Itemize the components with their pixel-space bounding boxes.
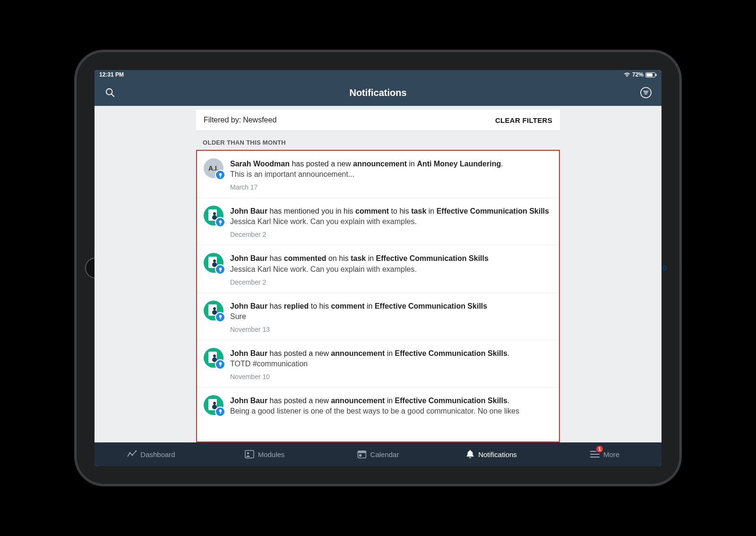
tab-bar: Dashboard Modules Calendar Notifications [94,442,662,466]
svg-rect-16 [359,454,361,457]
notification-preview: This is an important announcement... [230,170,552,179]
notification-item[interactable]: John Baur has replied to his comment in … [197,293,559,340]
wifi-icon [624,72,630,77]
svg-point-9 [129,452,131,454]
notification-preview: Jessica Karl Nice work. Can you explain … [230,217,552,226]
section-header-older: OLDER THAN THIS MONTH [196,130,560,150]
modules-icon [245,450,254,458]
tab-notifications-label: Notifications [478,450,517,458]
tab-more-label: More [603,450,619,458]
tab-more-badge: 1 [595,445,604,453]
notification-preview: Sure [230,312,552,321]
notification-preview: Jessica Karl Nice work. Can you explain … [230,265,552,274]
tab-notifications[interactable]: Notifications [435,442,548,466]
notification-item[interactable]: John Baur has posted a new announcement … [197,388,559,422]
notification-title: John Baur has posted a new announcement … [230,348,552,359]
tab-calendar-label: Calendar [370,450,399,458]
status-time: 12:31 PM [99,71,124,78]
lightbulb-icon [215,264,225,275]
avatar [204,301,223,320]
notification-list: A.I.Sarah Woodman has posted a new annou… [196,150,560,442]
lightbulb-icon [215,170,225,180]
notification-date: November 10 [230,373,552,380]
dashboard-icon [127,450,137,458]
notification-date: December 2 [230,278,552,286]
screen: 12:31 PM 72% Notifications [94,70,662,466]
filter-menu-icon [640,86,652,99]
status-bar: 12:31 PM 72% [94,70,662,79]
notification-item[interactable]: John Baur has posted a new announcement … [197,340,559,388]
svg-rect-1 [646,73,653,77]
content-area: Filtered by: Newsfeed CLEAR FILTERS OLDE… [94,106,662,442]
svg-rect-2 [656,74,657,76]
camera-dot [662,266,667,270]
avatar [204,206,223,225]
filter-menu-button[interactable] [639,86,653,100]
avatar [204,348,223,368]
tab-more[interactable]: 1 More [548,442,662,466]
notification-title: John Baur has posted a new announcement … [230,395,552,406]
search-icon [105,87,115,98]
notification-date: December 2 [230,231,552,238]
nav-bar: Notifications [94,79,662,106]
lightbulb-icon [215,406,225,417]
svg-point-13 [247,452,249,454]
notification-preview: Being a good listener is one of the best… [230,407,552,415]
svg-line-4 [112,94,114,97]
notification-date: March 17 [230,183,552,191]
notification-preview: TOTD #communication [230,360,552,368]
avatar [204,395,223,415]
filter-value: Newsfeed [243,116,276,124]
calendar-icon [357,450,367,458]
tab-dashboard[interactable]: Dashboard [94,442,208,466]
ipad-frame: 12:31 PM 72% Notifications [76,51,680,485]
svg-point-10 [132,455,133,456]
status-battery-pct: 72% [632,71,644,78]
notification-title: Sarah Woodman has posted a new announcem… [230,158,552,169]
lightbulb-icon [215,359,225,370]
tab-calendar[interactable]: Calendar [321,442,435,466]
page-title: Notifications [94,87,662,98]
notification-item[interactable]: John Baur has mentioned you in his comme… [197,198,559,245]
search-button[interactable] [103,86,117,100]
avatar: A.I. [204,158,223,178]
notification-title: John Baur has replied to his comment in … [230,301,552,311]
notification-title: John Baur has commented on his task in E… [230,253,552,264]
battery-icon [645,72,657,78]
tab-dashboard-label: Dashboard [140,450,175,458]
notification-item[interactable]: A.I.Sarah Woodman has posted a new annou… [197,151,559,198]
filter-bar: Filtered by: Newsfeed CLEAR FILTERS [196,110,560,130]
svg-rect-15 [358,451,366,453]
lightbulb-icon [215,312,225,322]
bell-icon [466,450,474,459]
tab-modules-label: Modules [258,450,285,458]
tab-modules[interactable]: Modules [208,442,321,466]
avatar [204,253,223,273]
filter-prefix: Filtered by: [204,116,241,124]
notification-date: November 13 [230,326,552,333]
lightbulb-icon [215,217,225,227]
notification-item[interactable]: John Baur has commented on his task in E… [197,245,559,293]
clear-filters-button[interactable]: CLEAR FILTERS [495,116,552,124]
notification-title: John Baur has mentioned you in his comme… [230,206,552,216]
